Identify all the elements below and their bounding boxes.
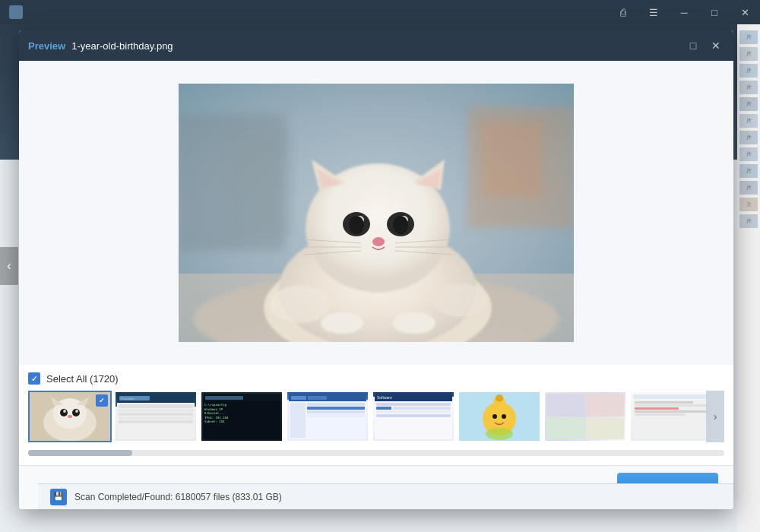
thumbnail-6[interactable] xyxy=(458,391,541,442)
menu-btn[interactable]: ☰ xyxy=(638,0,669,24)
svg-point-39 xyxy=(75,410,78,413)
cat-svg xyxy=(179,84,574,342)
thumb-cartoon-svg xyxy=(459,392,540,441)
svg-point-40 xyxy=(68,415,72,418)
sidebar-thumb-12[interactable]: 片 xyxy=(739,214,758,228)
status-icon: 💾 xyxy=(50,489,67,505)
right-sidebar: 片 片 片 片 片 片 片 片 片 片 文 片 xyxy=(737,24,760,532)
dialog-close-btn[interactable]: ✕ xyxy=(708,37,724,54)
svg-point-29 xyxy=(321,312,363,334)
minimize-btn[interactable]: ─ xyxy=(669,0,699,24)
bg-app-icon xyxy=(9,5,23,19)
svg-point-21 xyxy=(393,216,408,234)
dialog-titlebar: Preview 1-year-old-birthday.png □ ✕ xyxy=(19,30,733,61)
window-controls: ⎙ ☰ ─ □ ✕ xyxy=(608,0,760,24)
svg-point-30 xyxy=(393,312,435,334)
left-nav-arrow[interactable]: ‹ xyxy=(0,247,18,285)
thumbnail-2[interactable]: Properties xyxy=(114,391,198,442)
sidebar-thumb-5[interactable]: 片 xyxy=(739,97,758,111)
sidebar-thumb-7[interactable]: 片 xyxy=(739,131,758,144)
thumb-check-1 xyxy=(96,394,108,407)
share-btn[interactable]: ⎙ xyxy=(608,0,638,24)
sidebar-thumb-6[interactable]: 片 xyxy=(739,114,758,128)
thumbnails-row: Properties xyxy=(28,391,724,445)
thumbnail-5[interactable]: Software xyxy=(372,391,455,442)
dialog-title: Preview 1-year-old-birthday.png xyxy=(28,40,173,52)
sidebar-thumb-9[interactable]: 片 xyxy=(739,164,758,178)
svg-point-20 xyxy=(349,216,364,234)
thumb-img-7 xyxy=(545,392,625,441)
thumb-img-2: Properties xyxy=(116,392,196,441)
sidebar-thumb-11[interactable]: 文 xyxy=(739,198,758,211)
svg-point-43 xyxy=(486,428,513,440)
thumbnail-7[interactable] xyxy=(543,391,627,442)
svg-point-22 xyxy=(372,237,385,246)
thumbnails-section: Select All (1720) xyxy=(19,365,733,465)
preview-image xyxy=(179,84,574,342)
svg-point-38 xyxy=(63,410,66,413)
sidebar-thumb-1[interactable]: 片 xyxy=(739,30,758,44)
maximize-btn[interactable]: □ xyxy=(699,0,730,24)
dialog-maximize-btn[interactable]: □ xyxy=(685,37,701,54)
dialog-title-file: 1-year-old-birthday.png xyxy=(71,40,173,52)
thumb-img-5: Software xyxy=(373,392,454,441)
thumb-img-8 xyxy=(631,392,711,441)
thumbnail-4[interactable] xyxy=(286,391,369,442)
sidebar-thumb-10[interactable]: 片 xyxy=(739,181,758,195)
sidebar-thumb-8[interactable]: 片 xyxy=(739,147,758,161)
svg-point-45 xyxy=(502,414,506,419)
select-all-checkbox[interactable] xyxy=(28,372,40,385)
thumbnail-8[interactable] xyxy=(629,391,713,442)
thumb-img-6 xyxy=(459,392,540,441)
dialog-controls: □ ✕ xyxy=(685,37,724,54)
svg-point-9 xyxy=(270,285,331,323)
thumb-img-4 xyxy=(287,392,368,441)
image-preview-area xyxy=(19,61,733,365)
preview-dialog: Preview 1-year-old-birthday.png □ ✕ xyxy=(19,30,733,509)
thumbnails-next-btn[interactable]: › xyxy=(706,391,724,442)
svg-point-10 xyxy=(433,283,486,317)
svg-point-44 xyxy=(492,414,497,419)
svg-point-47 xyxy=(496,394,503,402)
svg-rect-2 xyxy=(224,129,293,236)
status-bar: 💾 Scan Completed/Found: 6180057 files (8… xyxy=(38,483,733,509)
status-text: Scan Completed/Found: 6180057 files (833… xyxy=(74,492,282,502)
thumbnail-1[interactable] xyxy=(28,391,112,442)
scrollbar-thumb xyxy=(28,450,132,456)
select-all-row: Select All (1720) xyxy=(28,372,724,385)
close-app-btn[interactable]: ✕ xyxy=(730,0,760,24)
select-all-label: Select All (1720) xyxy=(46,373,119,385)
sidebar-thumb-4[interactable]: 片 xyxy=(739,81,758,94)
thumbnail-scrollbar[interactable] xyxy=(28,450,724,456)
bg-titlebar: ⎙ ☰ ─ □ ✕ xyxy=(0,0,760,24)
sidebar-thumb-2[interactable]: 片 xyxy=(739,47,758,61)
thumbnail-3[interactable]: C:\>ipconfig Windows IP Ethernet... IPv4… xyxy=(200,391,283,442)
sidebar-thumb-3[interactable]: 片 xyxy=(739,64,758,78)
svg-rect-4 xyxy=(483,122,543,198)
thumb-img-3: C:\>ipconfig Windows IP Ethernet... IPv4… xyxy=(201,392,282,441)
dialog-title-main: Preview xyxy=(28,40,65,52)
